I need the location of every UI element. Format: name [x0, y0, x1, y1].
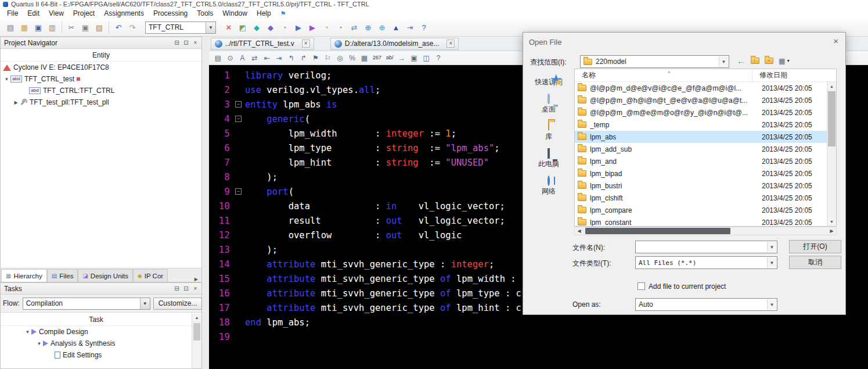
navigator-tab-files[interactable]: ▤Files — [47, 269, 78, 282]
scrollbar-thumb[interactable] — [828, 91, 835, 146]
timequest-clock-icon[interactable]: ◔ — [334, 21, 347, 34]
menu-assignments[interactable]: Assignments — [99, 9, 149, 18]
file-row[interactable]: @l@p@m_@m@e@m@o@r@y_@i@n@i@t@...2013/4/2… — [575, 106, 836, 119]
dock-splitter[interactable] — [202, 37, 209, 369]
file-row[interactable]: @l@p@m_d@e@v@i@c@e_@f@a@m@i@l...2013/4/2… — [575, 82, 836, 94]
goto-icon[interactable]: → — [397, 52, 408, 63]
scroll-up-icon[interactable]: ▲ — [827, 82, 836, 91]
task-tree-item[interactable]: ▼Compile Design — [1, 326, 192, 338]
save-icon[interactable]: ▣ — [32, 21, 45, 34]
filename-combo[interactable]: ▼ — [635, 241, 777, 253]
nav-tree-item[interactable]: Cyclone IV E: EP4CE10F17C8 — [1, 62, 201, 73]
file-row[interactable]: lpm_abs2013/4/25 20:05 — [575, 131, 836, 143]
close-icon[interactable]: × — [191, 284, 200, 293]
menu-file[interactable]: File — [2, 9, 23, 18]
assignment-editor-icon[interactable]: ◩ — [236, 21, 249, 34]
file-row[interactable]: lpm_bustri2013/4/25 20:05 — [575, 180, 836, 192]
editor-tab-0[interactable]: ../rtl/TFT_CTRL_test.v× — [211, 38, 314, 50]
feedback-icon[interactable]: ⚑ — [280, 10, 286, 17]
tasks-scrollbar[interactable]: ▲ — [192, 313, 201, 368]
block-select-icon[interactable]: ▦ — [359, 52, 370, 63]
new-file-icon[interactable]: ▤ — [4, 21, 17, 34]
nav-tree-item[interactable]: abdTFT_CTRL:TFT_CTRL — [1, 85, 201, 96]
view-menu-icon[interactable]: ▦▼ — [779, 57, 790, 65]
scroll-right-icon[interactable]: ▶ — [827, 228, 836, 234]
scroll-left-icon[interactable]: ◀ — [575, 228, 584, 234]
netlist-viewer-icon[interactable]: ⇄ — [348, 21, 361, 34]
bookmark-clear-icon[interactable]: ⚐ — [322, 52, 333, 63]
percent-icon[interactable]: % — [347, 52, 358, 63]
scroll-down-icon[interactable]: ▼ — [827, 217, 836, 226]
file-row[interactable]: _temp2013/4/25 20:05 — [575, 119, 836, 131]
timing-analyzer-icon[interactable]: ◔ — [278, 21, 291, 34]
indent-increase-icon[interactable]: ⇥ — [273, 52, 284, 63]
cancel-button[interactable]: 取消 — [789, 256, 841, 269]
menu-processing[interactable]: Processing — [149, 9, 192, 18]
start-compilation-icon[interactable]: ▶ — [292, 21, 305, 34]
file-settings-icon[interactable]: ▤ — [213, 52, 224, 63]
chevron-down-icon[interactable]: ▼ — [719, 56, 728, 67]
menu-view[interactable]: View — [44, 9, 69, 18]
find-icon[interactable]: ⊙ — [225, 52, 236, 63]
navigator-tab-design-units[interactable]: ◪Design Units — [78, 269, 133, 282]
editor-tab-1[interactable]: D:/altera/13.0/modelsim_ase...× — [330, 38, 459, 50]
close-icon[interactable]: × — [302, 40, 310, 48]
date-column-header[interactable]: 修改日期 — [752, 69, 836, 81]
file-row[interactable]: lpm_compare2013/4/25 20:05 — [575, 204, 836, 216]
programmer-icon[interactable]: ⇥ — [404, 21, 416, 34]
float-icon[interactable]: ⊡ — [182, 38, 190, 47]
task-tree-item[interactable]: Edit Settings — [1, 349, 192, 361]
fold-toggle-icon[interactable]: − — [235, 188, 242, 195]
file-row[interactable]: lpm_constant2013/4/25 20:05 — [575, 216, 836, 227]
expander-closed-icon[interactable]: ▶ — [12, 100, 20, 105]
undo-icon[interactable]: ↶ — [112, 21, 125, 34]
attach-icon[interactable]: ◎ — [334, 52, 345, 63]
chevron-down-icon[interactable]: ▼ — [767, 257, 776, 268]
nav-tree-item[interactable]: ▶TFT_test_pll:TFT_test_pll — [1, 96, 201, 108]
file-row[interactable]: @l@p@m_@h@i@n@t_@e@v@a@l@u@a@t...2013/4/… — [575, 94, 836, 106]
menu-window[interactable]: Window — [218, 9, 252, 18]
add-to-project-checkbox[interactable] — [638, 282, 645, 290]
open-folder-icon[interactable]: ▦ — [18, 21, 31, 34]
file-row[interactable]: lpm_clshift2013/4/25 20:05 — [575, 192, 836, 204]
back-icon[interactable]: ← — [737, 56, 745, 65]
code-line[interactable]: 18end lpm_abs; — [209, 315, 868, 329]
frame-icon[interactable]: ▣ — [409, 52, 420, 63]
find-replace-icon[interactable]: A — [237, 52, 248, 63]
menu-project[interactable]: Project — [69, 9, 99, 18]
up-folder-icon[interactable]: ↑ — [751, 58, 759, 64]
customize-button[interactable]: Customize... — [153, 298, 203, 310]
rtl-viewer-icon[interactable]: ⊕ — [362, 21, 374, 34]
tech-map-viewer-icon[interactable]: ⊕ — [376, 21, 388, 34]
open-as-combo[interactable]: Auto ▼ — [635, 298, 777, 311]
entity-column-header[interactable]: Entity — [1, 49, 201, 62]
fold-toggle-icon[interactable]: − — [235, 101, 242, 108]
float-icon[interactable]: ⊡ — [182, 284, 190, 293]
close-icon[interactable]: × — [446, 40, 455, 48]
expander-open-icon[interactable]: ▼ — [24, 329, 31, 335]
task-tree-item[interactable]: ▼Analysis & Synthesis — [1, 338, 192, 349]
lookup-combo[interactable]: 220model ▼ — [580, 55, 729, 68]
chevron-down-icon[interactable]: ▼ — [140, 298, 150, 309]
fold-toggle-icon[interactable]: − — [235, 116, 242, 122]
file-row[interactable]: lpm_and2013/4/25 20:05 — [575, 155, 836, 167]
close-icon[interactable]: × — [191, 38, 200, 47]
file-row[interactable]: lpm_bipad2013/4/25 20:05 — [575, 167, 836, 180]
chevron-down-icon[interactable]: ▼ — [206, 22, 215, 33]
place-item[interactable]: 此电脑 — [538, 149, 559, 169]
expander-open-icon[interactable]: ▼ — [35, 341, 43, 346]
new-folder-icon[interactable]: ✶ — [765, 58, 773, 64]
task-column-header[interactable]: Task — [1, 313, 192, 326]
zoom-badge[interactable]: 267 — [371, 55, 383, 60]
navigator-tab-hierarchy[interactable]: ▦Hierarchy — [1, 269, 47, 282]
file-row[interactable]: lpm_add_sub2013/4/25 20:05 — [575, 143, 836, 155]
analysis-synthesis-icon[interactable]: ▶ — [306, 21, 319, 34]
indent-decrease-icon[interactable]: ⇤ — [261, 52, 272, 63]
close-icon[interactable]: × — [833, 37, 838, 45]
file-list-vscrollbar[interactable]: ▲ ▼ — [827, 82, 836, 226]
pin-planner-icon[interactable]: ◆ — [250, 21, 263, 34]
print-icon[interactable]: ▥ — [46, 21, 59, 34]
ab-badge[interactable]: ab/ — [384, 55, 395, 60]
navigator-tab-ip-cor[interactable]: ◆IP Cor — [133, 269, 168, 282]
comment-icon[interactable]: ↰ — [286, 52, 297, 63]
